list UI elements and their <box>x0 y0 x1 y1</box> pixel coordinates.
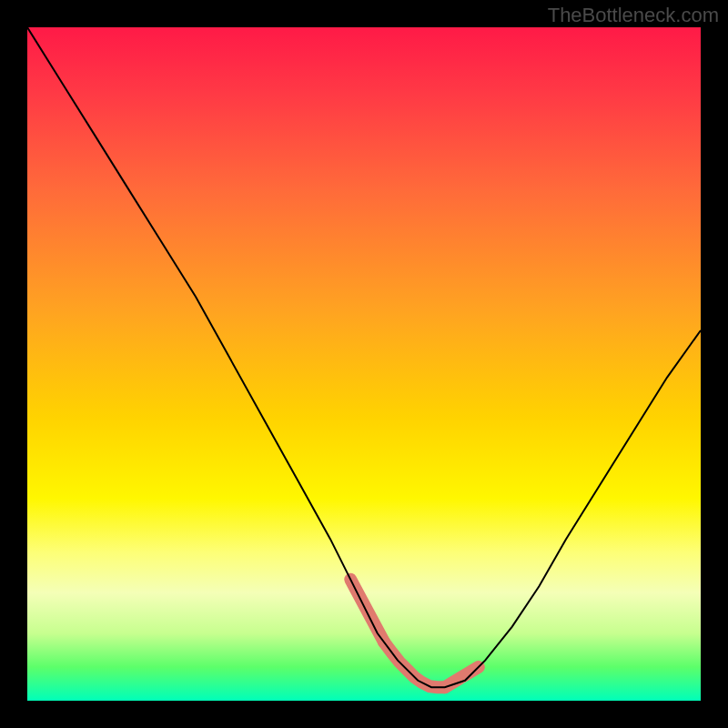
bottleneck-curve <box>27 27 701 687</box>
chart-svg <box>27 27 701 701</box>
watermark-text: TheBottleneck.com <box>548 4 719 27</box>
plot-area <box>27 27 701 701</box>
optimal-marker-right <box>445 667 479 687</box>
optimal-marker-flat <box>384 642 445 687</box>
